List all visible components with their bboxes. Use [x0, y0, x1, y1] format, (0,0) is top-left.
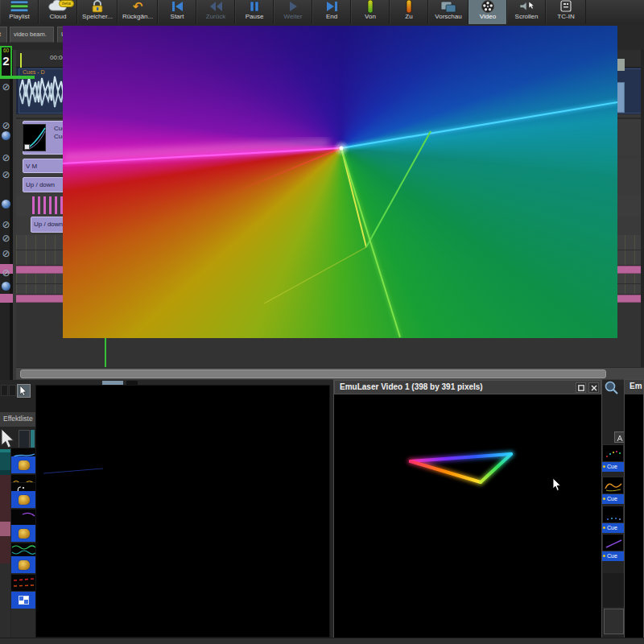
playlist-button[interactable]: Playlist — [0, 0, 39, 24]
fx-slot-box[interactable] — [19, 430, 30, 448]
fx-preview-red-dashes[interactable] — [11, 574, 36, 591]
skip-start-icon — [170, 0, 184, 13]
pause-label: Pause — [246, 13, 264, 20]
fx-preview-purple-arc[interactable] — [11, 509, 36, 525]
maximize-button[interactable] — [576, 382, 586, 393]
next-label: Weiter — [284, 13, 303, 20]
track-mute-icon-4[interactable]: ⊘ — [1, 170, 11, 180]
left-preview-window — [35, 385, 330, 638]
close-button[interactable] — [588, 382, 599, 393]
side-strip-maroon-1 — [0, 475, 10, 522]
preview-button[interactable]: Vorschau — [428, 0, 469, 24]
cue-thumb-3 — [602, 506, 624, 523]
fx-preview-blue-line[interactable] — [11, 448, 36, 456]
cue-label-4: Cue — [602, 551, 624, 561]
cue-list-item-4[interactable]: Cue — [602, 534, 624, 561]
emulaser-titlebar[interactable]: EmuLaser Video 1 (398 by 391 pixels) — [334, 380, 601, 394]
cue-label-2: Cue — [602, 494, 624, 504]
start-button[interactable]: Start — [158, 0, 196, 24]
track-mute-icon-1[interactable]: ⊘ — [1, 82, 11, 93]
pause-button[interactable]: Pause — [235, 0, 274, 24]
fx-tool-slot-2[interactable] — [9, 385, 16, 396]
hscrollbar-thumb[interactable] — [20, 369, 606, 378]
save-button[interactable]: Speicher... — [77, 0, 118, 24]
cue-thumbnail-flag-icon — [24, 144, 30, 150]
save-lock-icon — [90, 0, 105, 13]
gold-hand-icon-1 — [19, 460, 30, 470]
header-pink-2 — [0, 294, 13, 303]
effects-panel-header: Effektliste — [0, 412, 35, 427]
cue-thumbnail[interactable] — [23, 124, 46, 151]
undo-button[interactable]: ↶ Rückgän... — [118, 0, 158, 24]
fx-item-2[interactable] — [11, 491, 36, 508]
fx-preview-yellow-squiggle[interactable] — [11, 474, 36, 482]
film-reel-icon — [481, 0, 495, 13]
track-mute-icon-6[interactable]: ⊘ — [1, 233, 11, 244]
mouse-cursor-icon — [552, 478, 562, 492]
playhead-line[interactable] — [105, 338, 106, 367]
gold-hand-icon-2 — [19, 495, 30, 505]
side-strip-gray — [0, 564, 10, 638]
track-mute-icon-5[interactable]: ⊘ — [1, 220, 11, 230]
cue-list-item-2[interactable]: Cue — [602, 477, 624, 504]
side-strip-pink — [0, 522, 10, 536]
tc-in-button[interactable]: TC-IN — [546, 0, 586, 24]
fx-list-empty — [11, 609, 36, 638]
cursor-arrow-icon — [19, 386, 29, 397]
cue-thumb-1 — [602, 444, 624, 462]
speaker-scroll-icon — [518, 0, 535, 13]
event-stripes[interactable] — [32, 196, 64, 214]
track-mute-icon-3[interactable]: ⊘ — [1, 153, 11, 163]
track-sphere-icon-2[interactable] — [2, 200, 10, 208]
scroll-button[interactable]: Scrollen — [507, 0, 546, 24]
fx-item-3[interactable] — [11, 525, 36, 542]
tab-cut[interactable]: t — [0, 27, 7, 43]
toolbar-spacer — [586, 0, 644, 24]
video-beam-preview — [63, 26, 617, 338]
select-tool-button[interactable] — [17, 384, 31, 398]
next-button[interactable]: Weiter — [274, 0, 312, 24]
from-label: Von — [365, 13, 376, 20]
track-sphere-icon-1[interactable] — [2, 131, 10, 140]
cloud-button[interactable]: Cloud beta — [39, 0, 77, 24]
cue-list-footer-cell — [604, 609, 624, 634]
application-window: Playlist Cloud beta Speicher... ↶ Rückgä… — [0, 0, 644, 644]
fx-preview-white-glyph[interactable] — [11, 482, 36, 491]
track-mute-icon-7[interactable]: ⊘ — [1, 249, 11, 259]
back-button[interactable]: Zurück — [196, 0, 235, 24]
second-window-titlebar[interactable]: Em — [625, 380, 643, 394]
cue-label-3: Cue — [602, 523, 624, 533]
cue-thumb-4 — [602, 534, 624, 551]
track-mute-icon-2[interactable]: ⊘ — [1, 121, 11, 131]
tab-video-beam[interactable]: video beam. — [10, 27, 54, 43]
beta-badge: beta — [59, 0, 74, 7]
preview-label: Vorschau — [435, 13, 461, 20]
step-back-icon — [208, 0, 223, 13]
timeline-hscrollbar[interactable] — [16, 367, 644, 379]
fx-tool-slot-1[interactable] — [1, 385, 8, 396]
counter-top: 60 — [2, 47, 10, 54]
track-mute-icon-8[interactable]: ⊘ — [1, 268, 11, 279]
fx-teal-strip — [31, 430, 35, 448]
cue-list-item-3[interactable]: Cue — [602, 506, 624, 533]
fx-preview-green-waves[interactable] — [11, 543, 36, 556]
tc-in-label: TC-IN — [557, 13, 574, 20]
track-sphere-icon-3[interactable] — [2, 282, 10, 291]
cue-list-empty — [603, 573, 624, 607]
from-button[interactable]: Von — [351, 0, 390, 24]
cue-label-1: Cue — [602, 462, 624, 472]
to-button[interactable]: Zu — [390, 0, 428, 24]
bottom-panel-area: Effektliste — [0, 380, 644, 644]
cue-list-item-1[interactable]: Cue — [602, 444, 624, 472]
laser-triangle-graphic — [334, 394, 601, 638]
video-button[interactable]: Video — [469, 0, 507, 24]
fx-item-checker[interactable] — [11, 592, 36, 609]
end-button[interactable]: End — [312, 0, 351, 24]
timecode-in-icon — [559, 0, 572, 13]
loop-start-marker[interactable] — [20, 53, 22, 68]
fx-item-1[interactable] — [11, 456, 36, 473]
gold-hand-icon-4 — [19, 560, 30, 570]
zoom-tool-button[interactable] — [604, 380, 621, 396]
fx-item-4[interactable] — [11, 556, 36, 573]
emulaser-title: EmuLaser Video 1 (398 by 391 pixels) — [340, 382, 483, 391]
